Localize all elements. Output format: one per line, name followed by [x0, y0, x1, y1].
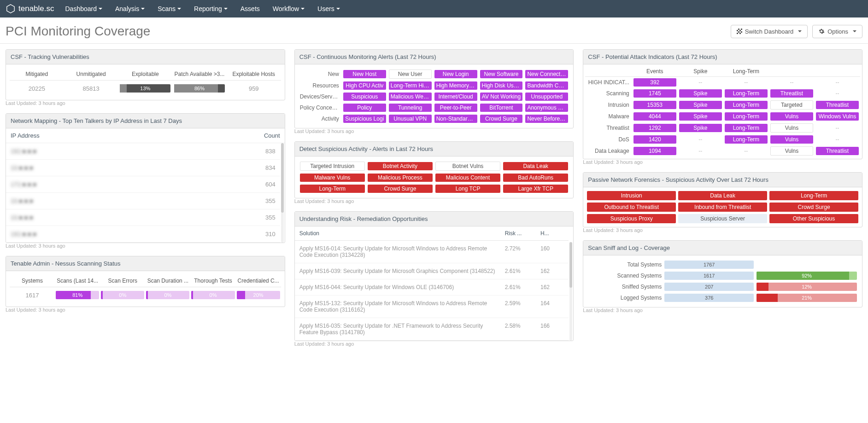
ind-col[interactable] [815, 66, 860, 77]
risk-row[interactable]: Apply MS16-035: Security Update for .NET… [295, 318, 569, 341]
scrollbar-thumb[interactable] [281, 143, 284, 213]
options-button[interactable]: Options [812, 25, 862, 38]
nav-item-users[interactable]: Users [317, 5, 340, 12]
risk-col-risk[interactable]: Risk ... [500, 226, 536, 241]
tracking-col[interactable]: Unmitigated [64, 68, 118, 81]
nav-item-dashboard[interactable]: Dashboard [65, 5, 103, 12]
alert-cell[interactable]: Peer-to-Peer [433, 102, 479, 113]
ind-cell[interactable]: -- [723, 77, 769, 88]
suspicious-cell[interactable]: Malicious Content [434, 172, 502, 183]
forensics-cell[interactable]: Data Leak [678, 191, 767, 200]
forensics-cell[interactable]: Inbound from Threatlist [678, 203, 767, 212]
alert-cell[interactable]: Suspicious Logi [342, 113, 387, 124]
talker-row[interactable]: 172.■.■.■604 [6, 176, 280, 193]
coverage-row[interactable]: Scanned Systems161792% [587, 270, 858, 281]
coverage-row[interactable]: Sniffed Systems20712% [587, 281, 858, 292]
alert-cell[interactable]: Never Before Se [524, 113, 569, 124]
scan-bar[interactable]: 20% [236, 287, 281, 303]
ind-cell[interactable]: Spike [678, 122, 723, 134]
talker-row[interactable]: 10.■.■.■355 [6, 193, 280, 209]
ind-col[interactable]: Events [632, 66, 678, 77]
alert-cell[interactable]: Unsupported [524, 91, 569, 102]
talker-row[interactable]: 192.■.■.■310 [6, 226, 280, 243]
scan-bar[interactable]: 0% [190, 287, 235, 303]
scan-systems[interactable]: 1617 [10, 287, 55, 303]
talker-row[interactable]: 10.■.■.■355 [6, 209, 280, 226]
risk-row[interactable]: Apply MS16-044: Security Update for Wind… [295, 279, 569, 296]
hosts-val[interactable]: 959 [227, 81, 281, 97]
ind-cell[interactable]: -- [723, 145, 769, 157]
suspicious-cell[interactable]: Bad AutoRuns [502, 172, 569, 183]
ind-cell[interactable]: Long-Term [723, 122, 769, 134]
ind-cell[interactable]: Targeted [769, 99, 815, 111]
ind-cell[interactable]: Vulns [769, 122, 815, 134]
risk-row[interactable]: Apply MS16-014: Security Update for Micr… [295, 241, 569, 263]
ind-cell[interactable]: Threatlist [769, 88, 815, 99]
tracking-col[interactable]: Mitigated [10, 68, 64, 81]
alert-cell[interactable]: Tunneling [387, 102, 433, 113]
scrollbar-thumb[interactable] [569, 242, 572, 288]
suspicious-cell[interactable]: Malicious Process [366, 172, 434, 183]
ind-col[interactable]: Spike [678, 66, 723, 77]
ind-cell[interactable]: -- [815, 134, 860, 145]
suspicious-cell[interactable]: Data Leak [502, 160, 569, 172]
ind-cell[interactable]: Windows Vulns [815, 111, 860, 122]
coverage-row[interactable]: Logged Systems37621% [587, 292, 858, 303]
forensics-cell[interactable]: Intrusion [587, 191, 676, 200]
ind-cell[interactable]: -- [678, 145, 723, 157]
ind-cell[interactable]: -- [769, 77, 815, 88]
forensics-cell[interactable]: Suspicious Proxy [587, 214, 676, 223]
alert-cell[interactable]: AV Not Working [479, 91, 524, 102]
ind-cell[interactable]: Spike [678, 88, 723, 99]
scan-col[interactable]: Systems [10, 275, 55, 287]
ind-cell[interactable]: 392 [632, 77, 678, 88]
ind-cell[interactable]: Long-Term [723, 134, 769, 145]
suspicious-cell[interactable]: Large Xfr TCP [502, 183, 569, 194]
scan-col[interactable]: Scan Errors [100, 275, 145, 287]
talker-row[interactable]: 10.■.■.■834 [6, 160, 280, 176]
alert-cell[interactable]: High Disk Usage [479, 80, 524, 91]
alert-cell[interactable]: Malicious Web C [387, 91, 433, 102]
ind-cell[interactable]: -- [678, 134, 723, 145]
unmitigated-val[interactable]: 85813 [64, 81, 118, 97]
ind-cell[interactable]: 15353 [632, 99, 678, 111]
ip-col-hdr[interactable]: IP Address [11, 132, 40, 139]
coverage-row[interactable]: Total Systems1767 [587, 259, 858, 270]
mitigated-val[interactable]: 20225 [10, 81, 64, 97]
nav-item-assets[interactable]: Assets [240, 5, 260, 12]
ind-cell[interactable]: Long-Term [723, 99, 769, 111]
ind-cell[interactable]: Threatlist [815, 99, 860, 111]
nav-item-reporting[interactable]: Reporting [194, 5, 228, 12]
talker-row[interactable]: 192.■.■.■838 [6, 143, 280, 160]
ind-col[interactable] [585, 66, 632, 77]
alert-cell[interactable]: Non-Standard T [433, 113, 479, 124]
nav-item-workflow[interactable]: Workflow [273, 5, 305, 12]
ind-cell[interactable]: Spike [678, 99, 723, 111]
alert-cell[interactable]: New Login [433, 68, 479, 80]
ind-cell[interactable]: -- [815, 122, 860, 134]
suspicious-cell[interactable]: Long-Term [299, 183, 366, 194]
scan-bar[interactable]: 81% [55, 287, 100, 303]
alert-cell[interactable]: New User [387, 68, 433, 80]
alert-cell[interactable]: Anonymous FTP [524, 102, 569, 113]
risk-col-h[interactable]: H... [536, 226, 569, 241]
alert-cell[interactable]: New Software [479, 68, 524, 80]
alert-cell[interactable]: Policy [342, 102, 387, 113]
ind-col[interactable] [769, 66, 815, 77]
ind-cell[interactable]: Vulns [769, 134, 815, 145]
logo[interactable]: tenable.sc [6, 4, 54, 14]
scan-col[interactable]: Thorough Tests [190, 275, 235, 287]
alert-cell[interactable]: Unusual VPN [387, 113, 433, 124]
forensics-cell[interactable]: Suspicious Server [678, 214, 767, 223]
suspicious-cell[interactable]: Botnet Vulns [434, 160, 502, 172]
ind-cell[interactable]: -- [678, 77, 723, 88]
alert-cell[interactable]: Internet/Cloud [433, 91, 479, 102]
ind-cell[interactable]: 1292 [632, 122, 678, 134]
scan-col[interactable]: Scans (Last 14... [55, 275, 100, 287]
suspicious-cell[interactable]: Targeted Intrusion [299, 160, 366, 172]
ind-cell[interactable]: Long-Term [723, 88, 769, 99]
risk-col-solution[interactable]: Solution [295, 226, 500, 241]
ind-cell[interactable]: 1420 [632, 134, 678, 145]
suspicious-cell[interactable]: Malware Vulns [299, 172, 366, 183]
ind-cell[interactable]: 1094 [632, 145, 678, 157]
